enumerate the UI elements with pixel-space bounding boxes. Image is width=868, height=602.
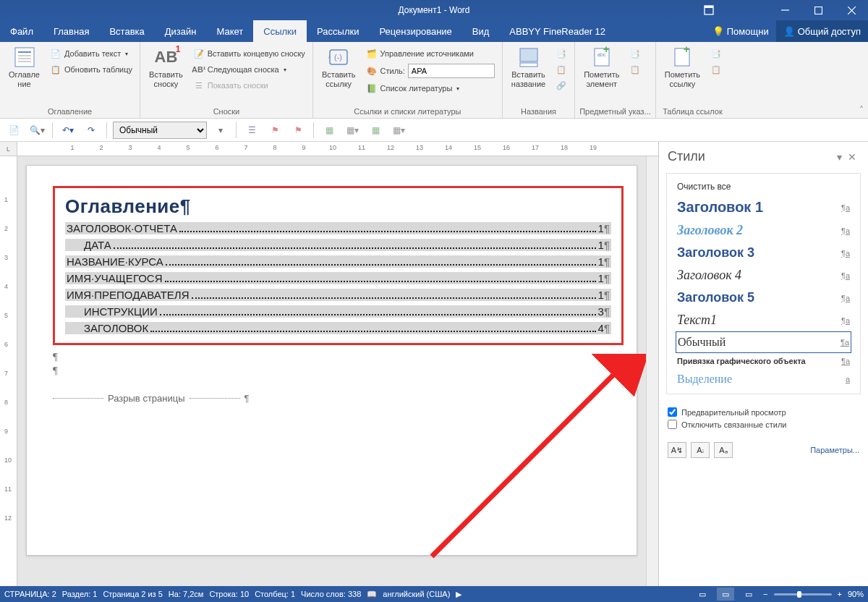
tab-ссылки[interactable]: Ссылки (253, 20, 307, 42)
redo-button[interactable]: ↷ (82, 121, 101, 140)
style-item[interactable]: Обычный¶a (676, 331, 851, 353)
index-sub2[interactable]: 📋 (626, 62, 644, 77)
tab-abbyy-finereader-12[interactable]: ABBYY FineReader 12 (499, 20, 616, 42)
toc-title[interactable]: Оглавление (65, 195, 611, 218)
status-proofing-icon[interactable]: 📖 (367, 590, 377, 599)
undo-button[interactable]: ↶▾ (59, 121, 77, 140)
status-section[interactable]: Раздел: 1 (62, 590, 98, 598)
ribbon-display-opts[interactable] (694, 0, 723, 20)
status-col[interactable]: Столбец: 1 (255, 590, 295, 598)
zoom-level[interactable]: 90% (848, 590, 864, 598)
auth-sub1[interactable]: 📑 (707, 46, 725, 61)
scrollbar-vertical[interactable] (646, 156, 658, 586)
update-table-button[interactable]: 📋Обновить таблицу (47, 62, 135, 77)
manage-styles-button[interactable]: Aₐ (714, 442, 733, 458)
style-item[interactable]: Текст1¶a (676, 309, 851, 331)
qat-table1-icon[interactable]: ▦ (320, 121, 339, 140)
style-item[interactable]: Заголовок 5¶a (676, 287, 851, 309)
preview-checkbox[interactable]: Предварительный просмотр (668, 407, 859, 417)
style-options-link[interactable]: Параметры... (810, 446, 859, 454)
style-item[interactable]: Заголовок 1¶a (676, 195, 851, 219)
ruler-corner[interactable]: L (0, 142, 17, 156)
show-footnotes-button[interactable]: ☰Показать сноски (190, 78, 308, 93)
tab-вид[interactable]: Вид (462, 20, 500, 42)
tab-вставка[interactable]: Вставка (99, 20, 154, 42)
insert-caption-button[interactable]: Вставить название (507, 43, 550, 91)
qat-list-icon[interactable]: ☰ (242, 121, 261, 140)
close-button[interactable] (835, 0, 868, 20)
status-words[interactable]: Число слов: 338 (301, 590, 361, 598)
toc-button[interactable]: Оглавле ние (4, 43, 44, 91)
citation-style[interactable]: 🎨Стиль: (363, 62, 498, 80)
status-lang[interactable]: английский (США) (383, 590, 450, 598)
mark-entry-button[interactable]: abc+ Пометить элемент (579, 43, 624, 91)
new-style-button[interactable]: A↯ (668, 442, 686, 458)
next-footnote-button[interactable]: AB¹Следующая сноска▾ (190, 62, 308, 77)
zoom-out-button[interactable]: − (763, 590, 767, 598)
status-pos[interactable]: На: 7,2см (169, 590, 204, 598)
toc-entry[interactable]: ИМЯ·УЧАЩЕГОСЯ1 (65, 272, 611, 284)
bibliography-button[interactable]: 📗Список литературы▾ (363, 81, 498, 96)
zoom-slider[interactable] (774, 593, 832, 595)
qat-flag1-icon[interactable]: ⚑ (265, 121, 284, 140)
status-macro-icon[interactable]: ▶ (456, 590, 461, 599)
citation-style-select[interactable] (408, 64, 495, 78)
qat-table3-icon[interactable]: ▦ (366, 121, 385, 140)
ruler-vertical[interactable]: 123456789101112 (0, 156, 17, 586)
minimize-button[interactable] (768, 0, 801, 20)
style-item[interactable]: Заголовок 3¶a (676, 242, 851, 264)
qat-flag2-icon[interactable]: ⚑ (289, 121, 307, 140)
qat-dropdown[interactable]: ▾ (211, 121, 230, 140)
style-item[interactable]: Заголовок 4¶a (676, 264, 851, 287)
toc-entry[interactable]: ИМЯ·ПРЕПОДАВАТЕЛЯ1 (65, 289, 611, 301)
tab-главная[interactable]: Главная (43, 20, 99, 42)
tab-рассылки[interactable]: Рассылки (307, 20, 369, 42)
insert-endnote-button[interactable]: 📝Вставить концевую сноску (190, 46, 308, 61)
toc-entry[interactable]: ДАТА1 (65, 239, 611, 251)
style-selector[interactable]: Обычный (113, 122, 207, 139)
zoom-in-button[interactable]: + (838, 590, 842, 598)
status-line[interactable]: Строка: 10 (209, 590, 249, 598)
qat-search-icon[interactable]: 🔍▾ (27, 121, 46, 140)
ruler-horizontal[interactable]: L 12345678910111213141516171819 (0, 142, 658, 156)
qat-table2-icon[interactable]: ▦▾ (343, 121, 362, 140)
maximize-button[interactable] (801, 0, 835, 20)
manage-sources-button[interactable]: 🗂️Управление источниками (363, 46, 498, 61)
document-canvas[interactable]: Оглавление ЗАГОЛОВОК·ОТЧЕТА1ДАТА1НАЗВАНИ… (17, 156, 646, 586)
tab-рецензирование[interactable]: Рецензирование (369, 20, 461, 42)
tell-me[interactable]: 💡Помощни (705, 20, 776, 42)
paragraph-mark[interactable]: ¶ (53, 365, 624, 377)
style-inspector-button[interactable]: Aᵢ (691, 442, 710, 458)
style-item[interactable]: Заголовок 2¶a (676, 219, 851, 242)
toc-entry[interactable]: ИНСТРУКЦИИ3 (65, 305, 611, 318)
tab-файл[interactable]: Файл (0, 20, 43, 42)
view-web-button[interactable]: ▭ (740, 588, 757, 601)
caption-sub1[interactable]: 📑 (553, 46, 570, 61)
auth-sub2[interactable]: 📋 (707, 62, 725, 77)
pane-close-button[interactable]: ✕ (845, 151, 859, 163)
tab-дизайн[interactable]: Дизайн (155, 20, 207, 42)
pane-dropdown-icon[interactable]: ▾ (834, 151, 845, 163)
share-button[interactable]: 👤Общий доступ (776, 20, 868, 42)
collapse-ribbon-icon[interactable]: ˄ (859, 105, 864, 115)
insert-footnote-button[interactable]: AB1 Вставить сноску (145, 43, 187, 91)
tab-макет[interactable]: Макет (206, 20, 253, 42)
mark-citation-button[interactable]: + Пометить ссылку (660, 43, 705, 91)
caption-sub3[interactable]: 🔗 (553, 78, 570, 93)
style-item[interactable]: Выделениеa (676, 369, 851, 389)
qat-table4-icon[interactable]: ▦▾ (389, 121, 408, 140)
insert-citation-button[interactable]: (-) Вставить ссылку (318, 43, 360, 91)
view-print-button[interactable]: ▭ (717, 588, 734, 601)
toc-entry[interactable]: ЗАГОЛОВОК·ОТЧЕТА1 (65, 222, 611, 234)
disable-linked-checkbox[interactable]: Отключить связанные стили (668, 420, 859, 429)
status-pageof[interactable]: Страница 2 из 5 (103, 590, 162, 598)
clear-all-button[interactable]: Очистить все (676, 178, 851, 195)
style-item[interactable]: Привязка графического объекта¶a (676, 353, 851, 369)
qat-new-icon[interactable]: 📄 (4, 121, 23, 140)
view-read-button[interactable]: ▭ (694, 588, 711, 601)
toc-entry[interactable]: НАЗВАНИЕ·КУРСА1 (65, 255, 611, 268)
toc-entry[interactable]: ЗАГОЛОВОК4 (65, 322, 611, 334)
index-sub1[interactable]: 📑 (626, 46, 644, 61)
caption-sub2[interactable]: 📋 (553, 62, 570, 77)
page-break[interactable]: Разрыв страницы ¶ (53, 393, 624, 404)
